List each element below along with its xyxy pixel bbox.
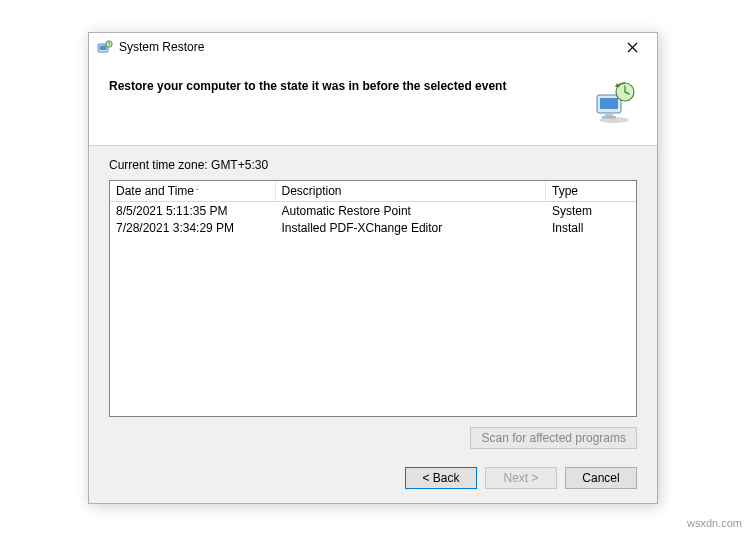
cell-description: Installed PDF-XChange Editor (275, 219, 546, 236)
watermark: wsxdn.com (687, 517, 742, 529)
column-header-date-label: Date and Time (116, 184, 194, 198)
table-row[interactable]: 8/5/2021 5:11:35 PMAutomatic Restore Poi… (110, 202, 636, 220)
cell-date: 7/28/2021 3:34:29 PM (110, 219, 275, 236)
back-button[interactable]: < Back (405, 467, 477, 489)
window-title: System Restore (119, 40, 204, 54)
timezone-label: Current time zone: GMT+5:30 (109, 158, 637, 172)
restore-hero-icon (591, 79, 637, 125)
table-row-empty (110, 308, 636, 326)
table-row-empty (110, 290, 636, 308)
column-header-type[interactable]: Type (546, 181, 636, 202)
svg-rect-8 (605, 113, 613, 116)
sort-indicator-icon: ˇ (196, 187, 199, 196)
scan-row: Scan for affected programs (109, 427, 637, 449)
table-row-empty (110, 236, 636, 254)
table-row-empty (110, 272, 636, 290)
header-band: Restore your computer to the state it wa… (89, 61, 657, 146)
header-heading: Restore your computer to the state it wa… (109, 79, 575, 95)
svg-rect-7 (600, 98, 618, 109)
wizard-footer: < Back Next > Cancel (89, 457, 657, 503)
cancel-button[interactable]: Cancel (565, 467, 637, 489)
cell-type: Install (546, 219, 636, 236)
column-header-description[interactable]: Description (275, 181, 546, 202)
cell-type: System (546, 202, 636, 220)
table-row-empty (110, 380, 636, 398)
close-icon (627, 42, 638, 53)
column-header-date[interactable]: Date and Timeˇ (110, 181, 275, 202)
column-header-description-label: Description (282, 184, 342, 198)
table-row[interactable]: 7/28/2021 3:34:29 PMInstalled PDF-XChang… (110, 219, 636, 236)
system-restore-icon (97, 39, 113, 55)
scan-affected-button[interactable]: Scan for affected programs (470, 427, 637, 449)
restore-points-table: Date and Timeˇ Description Type 8/5/2021… (109, 180, 637, 417)
cell-date: 8/5/2021 5:11:35 PM (110, 202, 275, 220)
next-button[interactable]: Next > (485, 467, 557, 489)
system-restore-window: System Restore Restore your computer to … (88, 32, 658, 504)
cell-description: Automatic Restore Point (275, 202, 546, 220)
table-row-empty (110, 344, 636, 362)
svg-rect-1 (100, 46, 107, 51)
close-button[interactable] (613, 35, 651, 59)
table-row-empty (110, 362, 636, 380)
svg-rect-9 (602, 116, 616, 119)
table-header-row: Date and Timeˇ Description Type (110, 181, 636, 202)
content-area: Current time zone: GMT+5:30 Date and Tim… (89, 146, 657, 457)
column-header-type-label: Type (552, 184, 578, 198)
table-row-empty (110, 254, 636, 272)
table-row-empty (110, 326, 636, 344)
titlebar: System Restore (89, 33, 657, 61)
